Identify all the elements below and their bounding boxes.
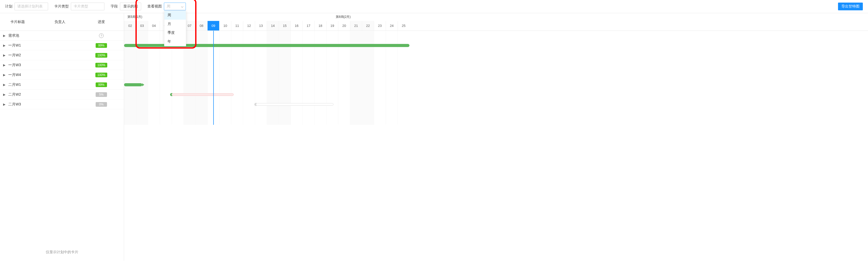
- table-row[interactable]: ▶需求池?: [0, 31, 124, 40]
- day-cell: 18: [314, 21, 326, 31]
- col-owner: 负责人: [39, 20, 81, 24]
- card-type-group: 卡片类型 卡片类型: [54, 3, 104, 10]
- row-progress: 100%: [81, 53, 122, 58]
- gantt-row: [124, 60, 868, 70]
- day-cell: 12: [243, 21, 255, 31]
- row-title: 二月W3: [7, 102, 39, 107]
- plan-select[interactable]: 请选择计划列表: [14, 3, 48, 10]
- expand-icon[interactable]: ▶: [3, 83, 7, 87]
- help-icon[interactable]: ?: [99, 33, 104, 38]
- progress-badge: 5%: [96, 92, 107, 97]
- view-option[interactable]: 月: [164, 20, 186, 28]
- day-cell: 09: [207, 21, 219, 31]
- card-type-placeholder: 卡片类型: [74, 4, 88, 9]
- col-title: 卡片标题: [3, 20, 39, 24]
- gantt-weeks: 第5周(1月)第6周(2月)第8周(2月): [124, 13, 868, 21]
- gantt-body: [124, 31, 868, 125]
- row-progress: 100%: [81, 63, 122, 67]
- gantt-row: [124, 51, 868, 60]
- day-cell: 25: [398, 21, 409, 31]
- gantt-bar[interactable]: [172, 93, 234, 96]
- fields-group: 字段 显示的列: [111, 3, 141, 10]
- plan-placeholder: 请选择计划列表: [17, 4, 43, 9]
- col-progress: 进度: [81, 20, 122, 24]
- view-option[interactable]: 季度: [164, 28, 186, 37]
- gantt-row: [124, 70, 868, 80]
- gantt-bar[interactable]: [124, 83, 142, 86]
- day-cell: 17: [303, 21, 314, 31]
- footer-note: 仅显示计划中的卡片: [0, 244, 124, 261]
- view-select[interactable]: 周 周月季度年: [164, 3, 186, 10]
- expand-icon[interactable]: ▶: [3, 103, 7, 106]
- expand-icon[interactable]: ▶: [3, 54, 7, 57]
- left-panel: 卡片标题 负责人 进度 ▶需求池?▶一月W199%▶一月W2100%▶一月W31…: [0, 13, 124, 261]
- row-title: 一月W3: [7, 63, 39, 67]
- expand-icon[interactable]: ▶: [3, 93, 7, 96]
- view-group: 查看视图 周 周月季度年: [147, 3, 186, 10]
- gantt-days: 0203040506070809101112131415161718192021…: [124, 21, 868, 31]
- gantt-row: [124, 90, 868, 99]
- day-cell: 14: [267, 21, 279, 31]
- expand-icon[interactable]: ▶: [3, 63, 7, 67]
- week-label: 第8周(2月): [336, 15, 350, 19]
- expand-icon[interactable]: ▶: [3, 73, 7, 77]
- row-title: 需求池: [7, 33, 39, 38]
- progress-badge: 100%: [95, 53, 107, 58]
- fields-label: 字段: [111, 4, 118, 9]
- row-title: 二月W1: [7, 83, 39, 87]
- gantt-row: [124, 31, 868, 40]
- day-cell: 03: [136, 21, 148, 31]
- gantt-bar[interactable]: [256, 103, 334, 106]
- gantt-header: 第5周(1月)第6周(2月)第8周(2月) 020304050607080910…: [124, 13, 868, 31]
- day-cell: 04: [148, 21, 160, 31]
- progress-badge: 99%: [96, 83, 107, 87]
- expand-icon[interactable]: ▶: [3, 44, 7, 47]
- day-cell: 23: [374, 21, 386, 31]
- day-cell: 15: [279, 21, 290, 31]
- table-row[interactable]: ▶二月W199%: [0, 80, 124, 90]
- day-cell: 22: [362, 21, 374, 31]
- expand-icon[interactable]: ▶: [3, 34, 7, 37]
- gantt-row: [124, 99, 868, 109]
- row-progress: 99%: [81, 83, 122, 87]
- progress-badge: 100%: [95, 73, 107, 77]
- columns-button[interactable]: 显示的列: [120, 3, 141, 10]
- table-row[interactable]: ▶一月W3100%: [0, 60, 124, 70]
- row-progress: 0%: [81, 102, 122, 107]
- week-label: 第5周(1月): [127, 15, 142, 19]
- view-label: 查看视图: [147, 4, 162, 9]
- chevron-down-icon: [181, 4, 184, 8]
- day-cell: 11: [231, 21, 243, 31]
- progress-badge: 100%: [95, 63, 107, 67]
- view-option[interactable]: 年: [164, 37, 186, 46]
- day-cell: 16: [290, 21, 303, 31]
- row-title: 一月W4: [7, 73, 39, 77]
- view-dropdown: 周月季度年: [164, 10, 186, 46]
- table-row[interactable]: ▶一月W199%: [0, 40, 124, 51]
- card-type-label: 卡片类型: [54, 4, 69, 9]
- row-progress: ?: [81, 33, 122, 38]
- toolbar: 计划 请选择计划列表 卡片类型 卡片类型 字段 显示的列 查看视图 周 周月季度…: [0, 0, 868, 13]
- main-content: 卡片标题 负责人 进度 ▶需求池?▶一月W199%▶一月W2100%▶一月W31…: [0, 13, 868, 261]
- plan-label: 计划: [5, 4, 12, 9]
- row-title: 一月W1: [7, 43, 39, 48]
- day-cell: 21: [350, 21, 362, 31]
- gantt-row: [124, 40, 868, 51]
- view-option[interactable]: 周: [164, 11, 186, 20]
- plan-group: 计划 请选择计划列表: [5, 3, 48, 10]
- day-cell: 10: [219, 21, 231, 31]
- table-row[interactable]: ▶二月W25%: [0, 90, 124, 99]
- table-row[interactable]: ▶一月W4100%: [0, 70, 124, 80]
- row-progress: 99%: [81, 43, 122, 48]
- day-cell: 08: [195, 21, 207, 31]
- card-type-select[interactable]: 卡片类型: [71, 3, 104, 10]
- day-cell: 20: [338, 21, 350, 31]
- day-cell: 19: [326, 21, 338, 31]
- table-row[interactable]: ▶一月W2100%: [0, 51, 124, 60]
- left-rows: ▶需求池?▶一月W199%▶一月W2100%▶一月W3100%▶一月W4100%…: [0, 31, 124, 244]
- gantt-panel[interactable]: 第5周(1月)第6周(2月)第8周(2月) 020304050607080910…: [124, 13, 868, 261]
- left-header: 卡片标题 负责人 进度: [0, 13, 124, 31]
- row-title: 二月W2: [7, 92, 39, 97]
- table-row[interactable]: ▶二月W30%: [0, 99, 124, 109]
- export-button[interactable]: 导出甘特图: [838, 3, 863, 10]
